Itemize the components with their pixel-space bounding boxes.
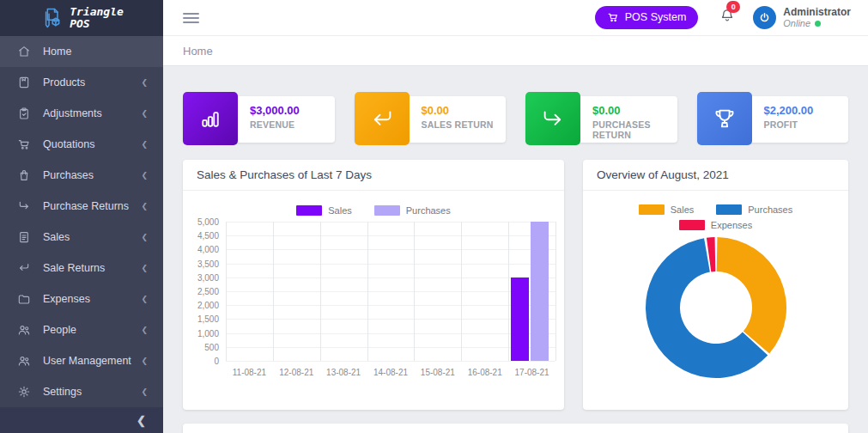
sidebar-item-label: User Management (43, 355, 141, 367)
gear-icon (17, 385, 31, 399)
x-axis-label: 17-08-21 (508, 368, 555, 377)
stat-card-value: $0.00 (592, 104, 677, 117)
legend-swatch (639, 204, 665, 215)
y-axis-tick: 4,000 (191, 245, 219, 254)
sidebar-item-purchases[interactable]: Purchases❮ (0, 160, 163, 191)
collapse-chevron-icon: ❮ (137, 414, 146, 427)
sidebar: TrianglePOS HomeProducts❮Adjustments❮Quo… (0, 0, 163, 433)
sidebar-item-people[interactable]: People❮ (0, 314, 163, 345)
sidebar-item-label: Quotations (43, 138, 141, 150)
stat-card-value: $0.00 (422, 104, 507, 117)
stat-card-icon-box (525, 92, 580, 145)
stat-card-purchases-return: $0.00PURCHASES RETURN (525, 96, 677, 143)
notification-badge: 0 (726, 1, 740, 13)
pos-system-button[interactable]: POS System (595, 6, 699, 29)
y-axis-tick: 0 (191, 357, 219, 366)
x-axis-label: 15-08-21 (414, 368, 461, 377)
cart-icon (607, 11, 619, 23)
x-axis-label: 14-08-21 (367, 368, 415, 377)
sidebar-item-products[interactable]: Products❮ (0, 67, 163, 98)
stat-card-label: PURCHASES RETURN (592, 119, 677, 140)
stat-card-value: $3,000.00 (250, 104, 335, 117)
sidebar-item-expenses[interactable]: Expenses❮ (0, 284, 163, 314)
y-axis-tick: 2,500 (191, 287, 219, 296)
stat-card-label: REVENUE (250, 119, 335, 130)
bag-icon (17, 168, 31, 182)
stat-card-value: $2,200.00 (764, 104, 849, 117)
y-axis-tick: 2,000 (191, 301, 219, 310)
legend-item-purchases[interactable]: Purchases (716, 204, 792, 215)
legend-item-purchases[interactable]: Purchases (374, 204, 451, 216)
donut-chart-legend: SalesPurchasesExpenses (609, 204, 823, 230)
legend-label: Purchases (748, 204, 792, 215)
x-axis-label: 12-08-21 (273, 368, 320, 377)
user-status: Online (783, 18, 810, 29)
sidebar-item-label: Home (43, 46, 148, 58)
pos-system-label: POS System (625, 11, 687, 23)
chevron-left-icon: ❮ (141, 233, 148, 241)
user-name: Administrator (783, 6, 851, 18)
y-axis-tick: 500 (191, 343, 219, 352)
x-axis-label: 16-08-21 (461, 368, 508, 377)
brand-logo-icon (39, 6, 64, 30)
menu-toggle-button[interactable] (183, 10, 199, 26)
legend-swatch (716, 204, 742, 215)
stat-card-revenue: $3,000.00REVENUE (183, 96, 335, 143)
user-avatar[interactable] (753, 6, 776, 29)
sales-purchases-panel: Sales & Purchases of Last 7 Days SalesPu… (183, 160, 564, 410)
sidebar-item-label: Purchases (43, 169, 141, 181)
sidebar-item-user-management[interactable]: User Management❮ (0, 345, 163, 376)
brand-logo[interactable]: TrianglePOS (0, 0, 163, 36)
chevron-left-icon: ❮ (141, 78, 148, 87)
sidebar-item-sale-returns[interactable]: Sale Returns❮ (0, 253, 163, 284)
user-info[interactable]: Administrator Online (783, 6, 851, 30)
y-axis-tick: 5,000 (191, 217, 219, 227)
sidebar-item-label: Settings (43, 386, 141, 398)
legend-swatch (296, 205, 322, 216)
notifications-button[interactable]: 0 (719, 7, 736, 27)
sidebar-item-label: Expenses (43, 293, 141, 305)
legend-label: Expenses (711, 220, 752, 230)
bar-chart: 05001,0001,5002,0002,5003,0003,5004,0004… (191, 222, 555, 393)
legend-item-expenses[interactable]: Expenses (679, 220, 752, 230)
bar-chart-legend: SalesPurchases (183, 204, 564, 216)
book-icon (17, 76, 31, 89)
chevron-left-icon: ❮ (141, 140, 148, 149)
sidebar-menu: HomeProducts❮Adjustments❮Quotations❮Purc… (0, 36, 163, 407)
legend-item-sales[interactable]: Sales (296, 204, 352, 216)
sidebar-item-sales[interactable]: Sales❮ (0, 222, 163, 253)
sidebar-item-purchase-returns[interactable]: Purchase Returns❮ (0, 191, 163, 222)
sidebar-collapse-button[interactable]: ❮ (0, 407, 163, 433)
x-axis-label: 13-08-21 (320, 368, 367, 377)
corner-down-right-icon (17, 199, 31, 213)
sidebar-item-home[interactable]: Home (0, 36, 163, 67)
breadcrumb: Home (163, 36, 868, 66)
stat-card-label: SALES RETURN (422, 119, 507, 130)
stat-card-label: PROFIT (764, 119, 849, 130)
donut-slice-sales (716, 237, 786, 353)
sidebar-item-label: Products (43, 76, 141, 88)
bar-sales-17-08-21 (511, 277, 529, 361)
sidebar-item-adjustments[interactable]: Adjustments❮ (0, 98, 163, 129)
sidebar-item-quotations[interactable]: Quotations❮ (0, 129, 163, 160)
sidebar-item-label: Purchase Returns (43, 200, 141, 212)
legend-swatch (679, 220, 705, 230)
y-axis-tick: 3,000 (191, 273, 219, 283)
stat-card-icon-box (183, 92, 238, 145)
stat-card-icon-box (697, 92, 752, 145)
folder-icon (17, 292, 31, 306)
return-left-icon (17, 261, 31, 275)
donut-chart (644, 235, 788, 380)
chevron-left-icon: ❮ (141, 202, 148, 210)
stat-cards-row: $3,000.00REVENUE$0.00SALES RETURN$0.00PU… (183, 96, 848, 143)
sidebar-item-settings[interactable]: Settings❮ (0, 376, 163, 407)
chevron-left-icon: ❮ (141, 264, 148, 272)
sidebar-item-label: People (43, 324, 141, 336)
legend-label: Sales (328, 205, 352, 216)
breadcrumb-item-home[interactable]: Home (183, 45, 213, 58)
bar-chart-title: Sales & Purchases of Last 7 Days (183, 160, 564, 191)
sidebar-item-label: Sales (43, 231, 141, 243)
users-icon (17, 323, 31, 337)
home-icon (17, 45, 31, 58)
legend-item-sales[interactable]: Sales (639, 204, 695, 215)
